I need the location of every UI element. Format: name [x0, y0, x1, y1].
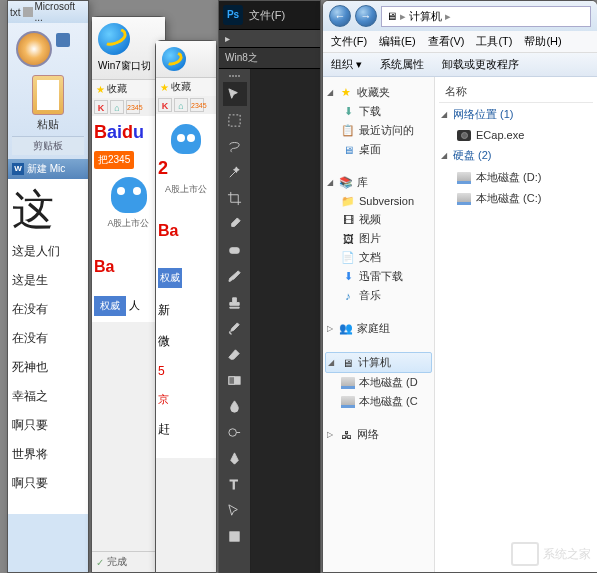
eraser-tool[interactable] [223, 342, 247, 366]
column-name-header[interactable]: 名称 [439, 81, 593, 103]
lasso-tool[interactable] [223, 134, 247, 158]
wand-tool[interactable] [223, 160, 247, 184]
expand-icon: ▷ [327, 430, 335, 439]
bookmark-home-icon[interactable]: ⌂ [174, 98, 188, 112]
nav-downloads[interactable]: ⬇下载 [325, 102, 432, 121]
two-label: 2 [158, 158, 214, 179]
bookmark-2345-icon[interactable]: 2345 [126, 100, 140, 114]
page-line[interactable]: 京 [158, 392, 214, 407]
baidu-logo[interactable]: Baidu [94, 122, 163, 143]
path-tool[interactable] [223, 498, 247, 522]
ps-titlebar[interactable]: Ps 文件(F) [219, 1, 320, 30]
ps-file-menu[interactable]: 文件(F) [249, 8, 285, 23]
nav-computer[interactable]: ◢🖥计算机 [325, 352, 432, 373]
bookmark-home-icon[interactable]: ⌂ [110, 100, 124, 114]
nav-video[interactable]: 🎞视频 [325, 210, 432, 229]
nav-music[interactable]: ♪音乐 [325, 286, 432, 305]
bookmark-k-icon[interactable]: K [158, 98, 172, 112]
file-disk-c[interactable]: 本地磁盘 (C:) [439, 188, 593, 209]
ie-logo-icon[interactable] [162, 47, 186, 71]
word-titlebar[interactable]: txt Microsoft ... [8, 1, 88, 23]
ie-logo-icon[interactable] [98, 23, 130, 55]
baidu-short[interactable]: Ba [158, 222, 214, 240]
chevron-right-icon[interactable]: ▸ [445, 10, 451, 23]
move-tool[interactable] [223, 82, 247, 106]
ps-logo-icon: Ps [223, 5, 243, 25]
marquee-tool[interactable] [223, 108, 247, 132]
shape-tool[interactable] [223, 524, 247, 548]
healing-tool[interactable] [223, 238, 247, 262]
type-tool[interactable]: T [223, 472, 247, 496]
2345-button[interactable]: 把2345 [94, 151, 134, 169]
system-properties-button[interactable]: 系统属性 [380, 57, 424, 72]
menu-tools[interactable]: 工具(T) [476, 34, 512, 49]
file-disk-d[interactable]: 本地磁盘 (D:) [439, 167, 593, 188]
nav-recent[interactable]: 📋最近访问的 [325, 121, 432, 140]
menu-view[interactable]: 查看(V) [428, 34, 465, 49]
nav-homegroup[interactable]: ▷👥家庭组 [325, 319, 432, 338]
history-brush-tool[interactable] [223, 316, 247, 340]
nav-subversion[interactable]: 📁Subversion [325, 192, 432, 210]
dodge-tool[interactable] [223, 420, 247, 444]
svg-text:T: T [230, 477, 238, 492]
pen-tool[interactable] [223, 446, 247, 470]
octopus-icon[interactable] [171, 124, 201, 154]
ps-canvas[interactable] [251, 69, 320, 573]
blur-tool[interactable] [223, 394, 247, 418]
explorer-navpane: ◢★收藏夹 ⬇下载 📋最近访问的 🖥桌面 ◢📚库 📁Subversion 🎞视频… [323, 77, 435, 572]
page-line[interactable]: 微 [158, 333, 214, 350]
stamp-tool[interactable] [223, 290, 247, 314]
ie-tab-title[interactable]: Win7窗口切 [96, 57, 161, 75]
uninstall-button[interactable]: 卸载或更改程序 [442, 57, 519, 72]
chevron-right-icon[interactable]: ▸ [400, 10, 406, 23]
document-body[interactable]: 这 这是人们 这是生 在没有 在没有 死神也 幸福之 啊只要 世界将 啊只要 [8, 179, 88, 514]
page-line[interactable]: 5 [158, 364, 214, 378]
ie-window-2: ★收藏 K ⌂ 2345 2 A股上市公 Ba 权威 新 微 5 京 赶 [155, 40, 217, 573]
save-icon[interactable] [56, 33, 70, 47]
menu-help[interactable]: 帮助(H) [524, 34, 561, 49]
toolbar-handle[interactable] [226, 75, 244, 78]
page-line[interactable]: 赶 [158, 421, 214, 438]
explorer-titlebar[interactable]: ← → 🖥 ▸ 计算机 ▸ [323, 1, 597, 31]
explorer-command-bar: 组织 ▾ 系统属性 卸载或更改程序 [323, 53, 597, 77]
document-tab[interactable]: W 新建 Mic [8, 159, 88, 179]
favorites-bar[interactable]: ★收藏 [156, 78, 216, 96]
paste-button[interactable]: 粘贴 [12, 71, 84, 136]
page-line[interactable]: 新 [158, 302, 214, 319]
ps-document-tab[interactable]: Win8之 [219, 48, 320, 69]
back-button[interactable]: ← [329, 5, 351, 27]
nav-favorites[interactable]: ◢★收藏夹 [325, 83, 432, 102]
crop-tool[interactable] [223, 186, 247, 210]
group-network-location[interactable]: ◢网络位置 (1) [439, 103, 593, 126]
forward-button[interactable]: → [355, 5, 377, 27]
stock-text: A股上市公 [94, 217, 163, 230]
nav-documents[interactable]: 📄文档 [325, 248, 432, 267]
nav-library[interactable]: ◢📚库 [325, 173, 432, 192]
nav-disk-d[interactable]: 本地磁盘 (D [325, 373, 432, 392]
explorer-content[interactable]: 名称 ◢网络位置 (1) ECap.exe ◢硬盘 (2) 本地磁盘 (D:) … [435, 77, 597, 572]
address-bar[interactable]: 🖥 ▸ 计算机 ▸ [381, 6, 591, 27]
ps-options-bar[interactable]: ▸ [219, 30, 320, 48]
bookmark-k-icon[interactable]: K [94, 100, 108, 114]
eyedropper-tool[interactable] [223, 212, 247, 236]
group-hdd[interactable]: ◢硬盘 (2) [439, 144, 593, 167]
nav-network[interactable]: ▷🖧网络 [325, 425, 432, 444]
menu-edit[interactable]: 编辑(E) [379, 34, 416, 49]
nav-xunlei[interactable]: ⬇迅雷下载 [325, 267, 432, 286]
gradient-tool[interactable] [223, 368, 247, 392]
office-button[interactable] [16, 31, 52, 67]
organize-button[interactable]: 组织 ▾ [331, 57, 362, 72]
check-icon: ✓ [96, 557, 104, 568]
octopus-icon[interactable] [111, 177, 147, 213]
brush-tool[interactable] [223, 264, 247, 288]
nav-desktop[interactable]: 🖥桌面 [325, 140, 432, 159]
nav-pictures[interactable]: 🖼图片 [325, 229, 432, 248]
nav-disk-c[interactable]: 本地磁盘 (C [325, 392, 432, 411]
svg-rect-0 [229, 114, 240, 125]
file-ecap[interactable]: ECap.exe [439, 126, 593, 144]
bookmark-2345-icon[interactable]: 2345 [190, 98, 204, 112]
baidu-short[interactable]: Ba [94, 258, 163, 276]
svg-point-4 [229, 428, 237, 436]
menu-file[interactable]: 文件(F) [331, 34, 367, 49]
word-window: txt Microsoft ... 粘贴 剪贴板 W 新建 Mic 这 这是人们… [7, 0, 89, 573]
